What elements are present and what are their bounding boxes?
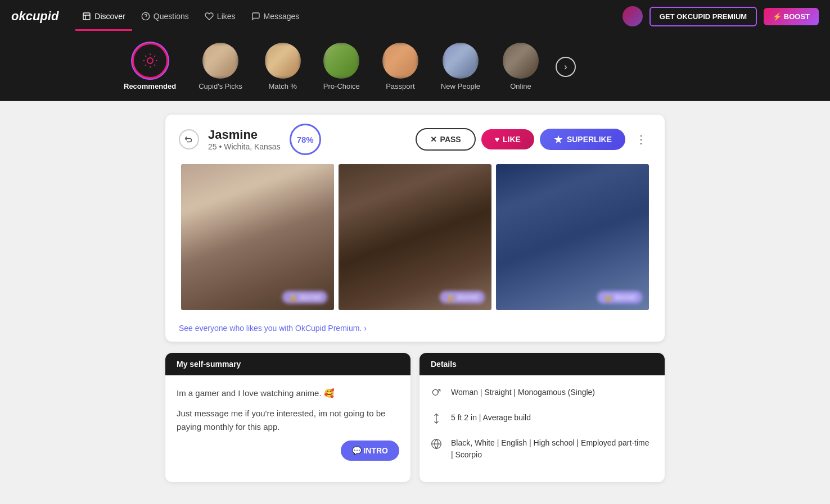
photo-badge-3: 🔒 blurred	[597, 291, 642, 303]
category-next-button[interactable]: ›	[556, 57, 576, 77]
question-icon	[141, 12, 150, 21]
photo-1[interactable]: 🔒 blurred	[181, 164, 334, 310]
pass-label: PASS	[440, 135, 461, 144]
category-new-people-label: New People	[441, 82, 480, 90]
photo-badge-1: 🔒 blurred	[282, 291, 327, 303]
nav-messages-label: Messages	[264, 12, 300, 21]
photo-3[interactable]: 🔒 blurred	[496, 164, 649, 310]
detail-height-text: 5 ft 2 in | Average build	[451, 412, 531, 424]
match-circle: 78%	[290, 124, 321, 155]
passport-thumb	[382, 43, 418, 79]
recommended-thumb	[132, 43, 168, 79]
profile-city: Wichita, Kansas	[224, 142, 280, 151]
nav-likes[interactable]: Likes	[198, 7, 242, 25]
summary-text-2: Just message me if you're interested, im…	[177, 407, 399, 434]
superlike-label: SUPERLIKE	[567, 135, 612, 144]
photo-grid: 🔒 blurred 🔒 blurred 🔒 blurred	[165, 164, 665, 319]
height-icon	[431, 413, 444, 427]
superlike-icon	[553, 134, 563, 144]
online-thumb	[503, 43, 539, 79]
avatar[interactable]	[622, 6, 643, 26]
profile-location: 25 • Wichita, Kansas	[208, 142, 281, 151]
summary-text-1: Im a gamer and I love watching anime. 🥰	[177, 387, 399, 400]
svg-rect-0	[83, 13, 90, 20]
category-pro-choice[interactable]: Pro-Choice	[312, 38, 371, 95]
new-people-thumb	[443, 43, 479, 79]
details-section: Details Woman | Straight | Monogamous (S…	[419, 353, 665, 482]
pass-x-icon: ✕	[430, 135, 437, 144]
pro-choice-thumb	[323, 43, 359, 79]
premium-button[interactable]: GET OKCUPID PREMIUM	[649, 7, 757, 26]
pass-button[interactable]: ✕ PASS	[416, 128, 476, 151]
message-nav-icon	[251, 12, 260, 21]
nav-discover-label: Discover	[94, 12, 125, 21]
self-summary-body: Im a gamer and I love watching anime. 🥰 …	[165, 375, 411, 452]
action-buttons: ✕ PASS ♥ LIKE SUPERLIKE ⋮	[416, 128, 651, 151]
category-online[interactable]: Online	[491, 38, 550, 95]
gender-icon	[431, 388, 444, 402]
category-cupids-picks-label: Cupid's Picks	[199, 82, 242, 90]
category-recommended[interactable]: Recommended	[112, 38, 187, 95]
category-passport[interactable]: Passport	[371, 38, 430, 95]
photo-badge-2: 🔒 blurred	[440, 291, 485, 303]
undo-button[interactable]	[179, 129, 199, 149]
photo-2[interactable]: 🔒 blurred	[339, 164, 491, 310]
self-summary-header: My self-summary	[165, 353, 411, 375]
category-match-label: Match %	[269, 82, 297, 90]
nav-questions[interactable]: Questions	[134, 7, 196, 25]
category-new-people[interactable]: New People	[430, 38, 491, 95]
like-button[interactable]: ♥ LIKE	[481, 129, 534, 149]
category-match[interactable]: Match %	[254, 38, 312, 95]
details-header: Details	[419, 353, 665, 375]
boost-button[interactable]: ⚡ BOOST	[764, 8, 819, 25]
nav-discover[interactable]: Discover	[75, 7, 132, 25]
profile-name-block: Jasmine 25 • Wichita, Kansas	[208, 128, 281, 151]
undo-icon	[184, 134, 194, 144]
detail-background-text: Black, White | English | High school | E…	[451, 437, 653, 461]
category-bar: Recommended Cupid's Picks Match % Pro-Ch…	[0, 33, 830, 101]
info-grid: My self-summary Im a gamer and I love wa…	[165, 353, 665, 482]
profile-card: Jasmine 25 • Wichita, Kansas 78% ✕ PASS …	[165, 115, 665, 342]
superlike-button[interactable]: SUPERLIKE	[540, 129, 625, 150]
category-online-label: Online	[510, 82, 531, 90]
top-nav: okcupid Discover Questions Likes Message…	[0, 0, 830, 33]
profile-location-separator: •	[219, 142, 224, 151]
category-recommended-label: Recommended	[124, 82, 176, 90]
detail-row-background: Black, White | English | High school | E…	[431, 437, 653, 461]
category-pro-choice-label: Pro-Choice	[323, 82, 360, 90]
profile-name: Jasmine	[208, 128, 281, 142]
more-options-button[interactable]: ⋮	[631, 130, 651, 148]
nav-right: GET OKCUPID PREMIUM ⚡ BOOST	[622, 6, 819, 26]
nav-links: Discover Questions Likes Messages	[75, 7, 622, 25]
nav-likes-label: Likes	[217, 12, 236, 21]
category-passport-label: Passport	[386, 82, 414, 90]
main-content: Jasmine 25 • Wichita, Kansas 78% ✕ PASS …	[156, 115, 674, 482]
sun-heart-icon	[142, 52, 159, 69]
cupids-picks-thumb	[202, 43, 238, 79]
compass-icon	[82, 12, 91, 21]
nav-questions-label: Questions	[154, 12, 189, 21]
details-body: Woman | Straight | Monogamous (Single) 5…	[419, 375, 665, 482]
match-percent: 78%	[297, 135, 314, 144]
premium-prompt[interactable]: See everyone who likes you with OkCupid …	[165, 319, 665, 342]
heart-like-icon: ♥	[495, 135, 499, 144]
app-logo: okcupid	[11, 9, 58, 24]
self-summary-section: My self-summary Im a gamer and I love wa…	[165, 353, 411, 482]
heart-nav-icon	[205, 12, 214, 21]
intro-button[interactable]: 💬 INTRO	[341, 441, 399, 461]
category-cupids-picks[interactable]: Cupid's Picks	[187, 38, 254, 95]
detail-row-height: 5 ft 2 in | Average build	[431, 412, 653, 427]
profile-age: 25	[208, 142, 217, 151]
profile-header: Jasmine 25 • Wichita, Kansas 78% ✕ PASS …	[165, 115, 665, 164]
detail-row-gender: Woman | Straight | Monogamous (Single)	[431, 387, 653, 402]
detail-gender-text: Woman | Straight | Monogamous (Single)	[451, 387, 595, 398]
match-thumb	[265, 43, 301, 79]
like-label: LIKE	[503, 135, 521, 144]
nav-messages[interactable]: Messages	[245, 7, 306, 25]
svg-point-2	[147, 58, 153, 63]
globe-icon	[431, 438, 444, 452]
